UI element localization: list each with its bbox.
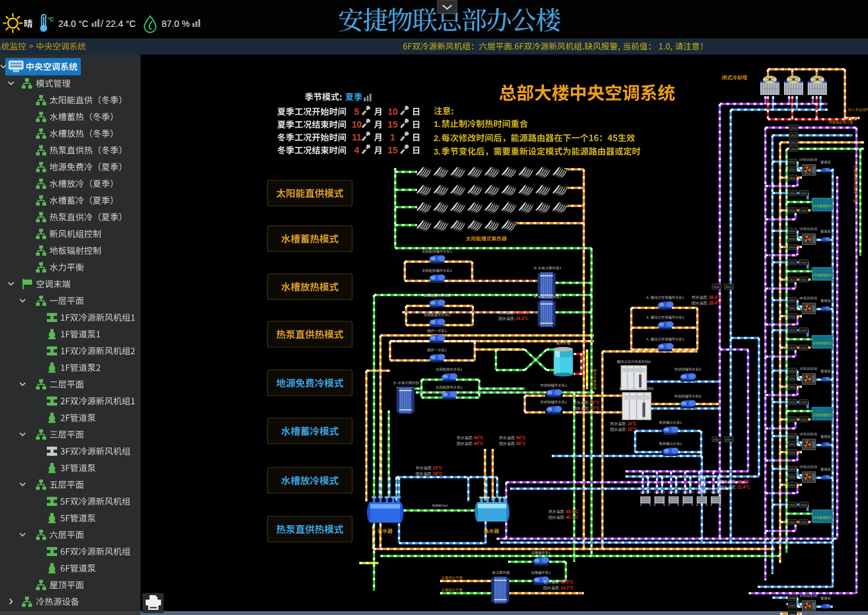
svg-text:24.0 °C: 24.0 °C bbox=[58, 19, 89, 29]
svg-text:10°C: 10°C bbox=[627, 427, 637, 432]
svg-text:60°C: 60°C bbox=[474, 435, 484, 440]
svg-text:DN50: DN50 bbox=[801, 278, 808, 282]
svg-text:DN50: DN50 bbox=[789, 176, 796, 180]
svg-text:DN50: DN50 bbox=[726, 438, 733, 441]
svg-text:DN50: DN50 bbox=[801, 346, 808, 350]
svg-text:DN50: DN50 bbox=[713, 438, 720, 441]
svg-text:2.: 2. bbox=[434, 133, 441, 143]
svg-text:DN50: DN50 bbox=[713, 285, 720, 289]
svg-text:DN50: DN50 bbox=[801, 401, 808, 404]
svg-text:DN50: DN50 bbox=[789, 377, 796, 380]
svg-text:DN50: DN50 bbox=[789, 346, 796, 350]
svg-text:4: 4 bbox=[354, 145, 359, 155]
svg-text:DN50: DN50 bbox=[789, 596, 796, 600]
svg-text:DN50: DN50 bbox=[789, 278, 796, 282]
svg-text:DN50: DN50 bbox=[801, 209, 808, 212]
svg-text:DN50: DN50 bbox=[790, 126, 797, 130]
svg-text:DN50: DN50 bbox=[789, 401, 796, 404]
svg-text:60°C: 60°C bbox=[516, 435, 526, 440]
svg-text:3.: 3. bbox=[434, 147, 441, 156]
svg-text:DN50: DN50 bbox=[789, 418, 796, 421]
svg-text:DN50: DN50 bbox=[789, 468, 796, 471]
svg-text:DN50: DN50 bbox=[789, 230, 796, 233]
svg-text:30°C: 30°C bbox=[590, 400, 600, 405]
svg-text:DN50: DN50 bbox=[789, 435, 796, 438]
svg-text:15: 15 bbox=[387, 119, 398, 130]
svg-text:DN50: DN50 bbox=[789, 261, 796, 264]
svg-text:1.: 1. bbox=[434, 119, 441, 129]
svg-text:5: 5 bbox=[354, 106, 359, 117]
svg-text:DN50: DN50 bbox=[789, 604, 796, 607]
svg-text:DN50: DN50 bbox=[789, 192, 796, 195]
svg-text:DN50: DN50 bbox=[789, 385, 796, 389]
svg-text:DN50: DN50 bbox=[790, 141, 797, 144]
svg-text:DN50: DN50 bbox=[790, 147, 797, 151]
svg-text:DN50: DN50 bbox=[789, 315, 796, 318]
svg-text:24.3°C: 24.3°C bbox=[516, 316, 529, 321]
svg-text:°C: °C bbox=[47, 16, 55, 22]
svg-text:DN50: DN50 bbox=[789, 475, 796, 478]
svg-text:60°C: 60°C bbox=[516, 441, 526, 446]
svg-text:DN50: DN50 bbox=[801, 261, 808, 264]
svg-text:60°C: 60°C bbox=[474, 441, 484, 446]
svg-text:14.2°C: 14.2°C bbox=[561, 586, 574, 590]
svg-text:DN50: DN50 bbox=[801, 192, 808, 195]
svg-text:30°C: 30°C bbox=[590, 406, 600, 410]
svg-text:DN50: DN50 bbox=[789, 168, 796, 171]
svg-text:24.3°C: 24.3°C bbox=[516, 310, 529, 315]
svg-text:DN50: DN50 bbox=[789, 246, 796, 249]
svg-text:DN50: DN50 bbox=[789, 521, 796, 524]
svg-text:10: 10 bbox=[352, 119, 362, 130]
svg-text:22°C: 22°C bbox=[433, 466, 443, 470]
svg-text:18.7°C: 18.7°C bbox=[737, 479, 750, 484]
svg-text:DN50: DN50 bbox=[789, 160, 796, 164]
svg-text:DN50: DN50 bbox=[801, 418, 808, 421]
svg-text:15: 15 bbox=[387, 145, 398, 155]
svg-text:DN50: DN50 bbox=[789, 237, 796, 240]
svg-text:DN50: DN50 bbox=[789, 329, 796, 332]
svg-text:DN50: DN50 bbox=[789, 442, 796, 446]
svg-text:DN50: DN50 bbox=[789, 307, 796, 310]
svg-text:10°C: 10°C bbox=[627, 421, 637, 426]
svg-text:DN50: DN50 bbox=[789, 503, 796, 507]
svg-text:DN50: DN50 bbox=[801, 329, 808, 332]
svg-text:/ 22.4 °C: / 22.4 °C bbox=[101, 19, 136, 29]
svg-text:18°C: 18°C bbox=[433, 471, 443, 476]
svg-text:DN50: DN50 bbox=[789, 451, 796, 454]
svg-text:40.7°C: 40.7°C bbox=[566, 515, 579, 519]
svg-text:45.4°C: 45.4°C bbox=[566, 509, 579, 514]
svg-text:10: 10 bbox=[387, 106, 398, 117]
svg-text:28.4°C: 28.4°C bbox=[709, 301, 722, 305]
svg-text:DN50: DN50 bbox=[789, 484, 796, 487]
svg-text:DN50: DN50 bbox=[801, 521, 808, 524]
svg-text:DN50: DN50 bbox=[726, 285, 733, 289]
svg-text:87.0 %: 87.0 % bbox=[162, 19, 190, 29]
svg-text:DN50: DN50 bbox=[789, 612, 796, 615]
svg-text:DN50: DN50 bbox=[789, 209, 796, 212]
svg-text:DN50: DN50 bbox=[789, 369, 796, 373]
svg-text:28.4°C: 28.4°C bbox=[709, 295, 722, 299]
svg-text:1: 1 bbox=[390, 132, 395, 142]
svg-text:DN50: DN50 bbox=[801, 503, 808, 507]
svg-text:12.9°C: 12.9°C bbox=[561, 580, 574, 584]
svg-text:21.4°C: 21.4°C bbox=[737, 485, 750, 489]
svg-text:DN50: DN50 bbox=[790, 134, 797, 137]
svg-text:11: 11 bbox=[352, 132, 362, 142]
svg-text:DN50: DN50 bbox=[789, 299, 796, 302]
